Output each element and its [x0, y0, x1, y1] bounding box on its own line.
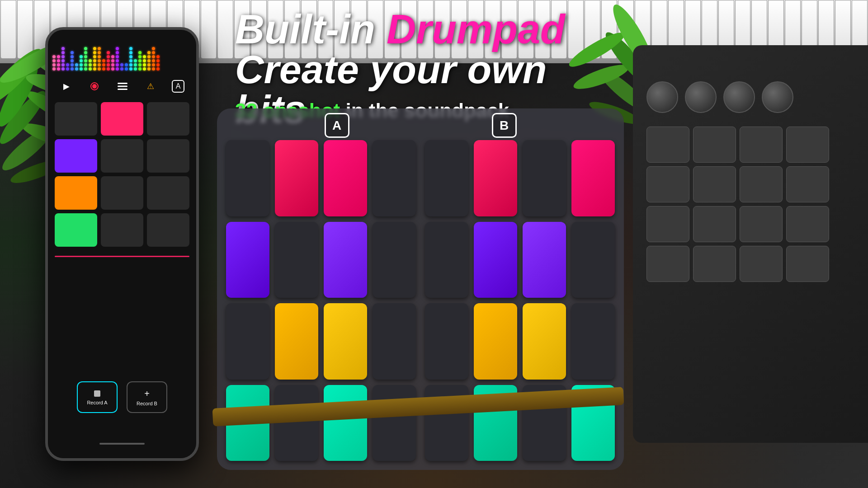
led-column: [98, 47, 101, 70]
midi-pad: [646, 206, 689, 242]
main-pad[interactable]: [324, 140, 367, 216]
phone-pad[interactable]: [147, 176, 189, 210]
phone-pad[interactable]: [55, 176, 97, 210]
main-pad[interactable]: [523, 222, 566, 298]
play-button[interactable]: ▶: [60, 80, 73, 93]
main-pad[interactable]: [324, 303, 367, 380]
phone-pad[interactable]: [101, 176, 143, 210]
led-column: [156, 55, 160, 70]
phone-pad[interactable]: [147, 102, 189, 136]
led-dot: [152, 47, 155, 50]
main-pad[interactable]: [373, 140, 416, 216]
led-dot: [125, 67, 128, 70]
led-dot: [75, 63, 78, 66]
main-pad[interactable]: [226, 222, 269, 298]
phone-pad[interactable]: [101, 139, 143, 173]
led-dot: [107, 51, 110, 54]
midi-pad: [646, 127, 689, 163]
led-dot: [61, 55, 65, 58]
record-a-button[interactable]: Record A: [77, 381, 118, 413]
main-pad[interactable]: [474, 303, 517, 380]
main-pad[interactable]: [226, 140, 269, 216]
led-dot: [71, 63, 74, 66]
led-column: [107, 51, 110, 70]
led-dot: [93, 67, 96, 70]
led-column: [120, 63, 123, 70]
main-pad[interactable]: [373, 222, 416, 298]
led-dot: [57, 55, 60, 58]
main-pad[interactable]: [523, 303, 566, 380]
led-column: [138, 51, 142, 70]
led-dot: [147, 55, 151, 58]
led-dot: [71, 67, 74, 70]
phone-pad[interactable]: [55, 213, 97, 247]
led-dot: [129, 63, 132, 66]
led-dot: [111, 59, 114, 62]
midi-pad: [693, 206, 736, 242]
led-dot: [156, 59, 160, 62]
phone-pad[interactable]: [101, 102, 143, 136]
midi-pad: [646, 166, 689, 202]
led-dot: [98, 51, 101, 54]
phone-pad[interactable]: [55, 102, 97, 136]
main-pad[interactable]: [523, 140, 566, 216]
warning-button[interactable]: ⚠: [144, 80, 157, 93]
midi-pad: [786, 127, 829, 163]
led-dot: [61, 47, 65, 50]
main-pad[interactable]: [324, 222, 367, 298]
led-dot: [66, 67, 69, 70]
main-pad[interactable]: [571, 222, 615, 298]
led-dot: [116, 67, 119, 70]
midi-pad: [740, 206, 783, 242]
led-column: [61, 47, 65, 70]
led-dot: [125, 63, 128, 66]
led-dot: [98, 47, 101, 50]
phone-home-bar: [99, 443, 145, 445]
phone-pads-grid: [55, 102, 189, 247]
led-dot: [52, 63, 56, 66]
svg-rect-18: [118, 83, 127, 84]
led-dot: [138, 67, 142, 70]
led-dot: [111, 67, 114, 70]
main-pad[interactable]: [571, 140, 615, 216]
led-dot: [57, 63, 60, 66]
main-pad[interactable]: [226, 303, 269, 380]
midi-pad: [740, 127, 783, 163]
main-pad[interactable]: [275, 222, 318, 298]
menu-button[interactable]: [116, 80, 129, 93]
led-dot: [84, 63, 87, 66]
phone-pad[interactable]: [101, 213, 143, 247]
main-pad[interactable]: [571, 303, 615, 380]
main-pad[interactable]: [474, 222, 517, 298]
main-pad[interactable]: [373, 303, 416, 380]
main-pad[interactable]: [425, 303, 468, 380]
main-pad[interactable]: [275, 140, 318, 216]
main-pad[interactable]: [425, 222, 468, 298]
led-dot: [134, 63, 137, 66]
phone-pad[interactable]: [147, 139, 189, 173]
led-dot: [143, 67, 146, 70]
led-dot: [61, 63, 65, 66]
led-dot: [152, 51, 155, 54]
led-dot: [134, 67, 137, 70]
section-labels: A B: [217, 113, 624, 138]
led-dot: [93, 63, 96, 66]
record-button[interactable]: [88, 80, 101, 93]
led-dot: [134, 59, 137, 62]
led-dot: [80, 63, 83, 66]
phone-pad[interactable]: [147, 213, 189, 247]
svg-rect-20: [118, 89, 127, 90]
phone-pad[interactable]: [55, 139, 97, 173]
svg-point-17: [92, 84, 97, 89]
led-dot: [102, 63, 105, 66]
a-button[interactable]: A: [172, 80, 184, 93]
led-column: [71, 51, 74, 70]
led-column: [125, 63, 128, 70]
main-pad[interactable]: [425, 140, 468, 216]
main-pad[interactable]: [474, 140, 517, 216]
record-b-button[interactable]: + Record B: [127, 381, 167, 413]
led-dot: [61, 67, 65, 70]
led-dot: [107, 63, 110, 66]
led-column: [75, 63, 78, 70]
main-pad[interactable]: [275, 303, 318, 380]
